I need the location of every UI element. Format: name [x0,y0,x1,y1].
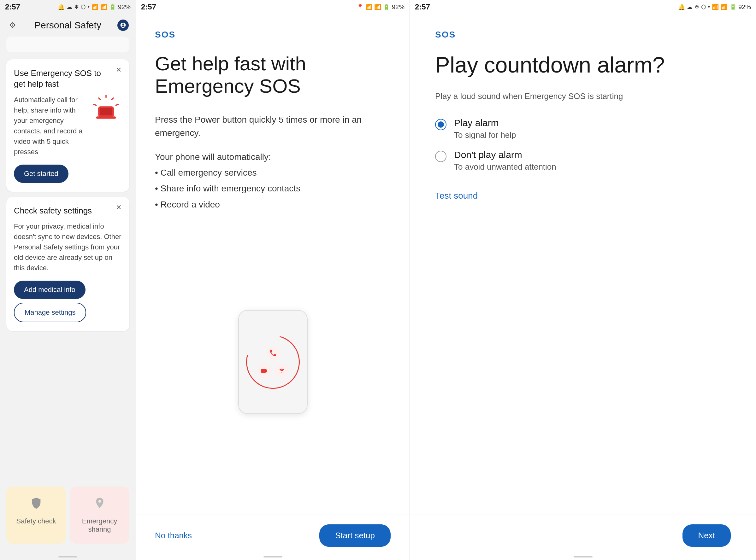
panel2-list-item-1: • Call emergency services [155,165,391,181]
home-indicator-2 [264,556,283,558]
dont-play-alarm-radio[interactable] [435,151,446,162]
phone-mockup-container [155,225,391,499]
app-title: Personal Safety [19,20,117,31]
safety-card-description: For your privacy, medical info doesn't s… [14,221,122,273]
home-indicator-1 [58,556,77,558]
sos-card-title: Use Emergency SOS to get help fast [14,68,122,89]
nfc-icon: ⬡ [81,3,86,11]
play-alarm-option[interactable]: Play alarm To signal for help [435,118,731,140]
signal-icon-2: 📶 [374,3,381,11]
settings-icon[interactable]: ⚙ [6,19,19,32]
panel2-list-item-3: • Record a video [155,197,391,213]
dont-play-alarm-text: Don't play alarm To avoid unwanted atten… [454,149,556,172]
play-alarm-label: Play alarm [454,118,516,128]
panel3-title: Play countdown alarm? [435,52,731,78]
cloud-icon: ☁ [66,3,72,11]
sos-badge-3: SOS [435,29,731,40]
panel3-footer: Next [410,515,756,556]
panel2-main-content: SOS Get help fast with Emergency SOS Pre… [136,14,410,515]
dont-play-alarm-option[interactable]: Don't play alarm To avoid unwanted atten… [435,149,731,172]
battery-icon-3: 🔋 [730,3,736,11]
status-icons-2: 📍 📶 📶 🔋 92% [356,3,405,11]
no-thanks-button[interactable]: No thanks [155,526,192,545]
panel2-footer: No thanks Start setup [136,515,410,556]
location-icon [93,497,106,512]
wifi-icon-3: 📶 [712,3,719,11]
phone-mockup [238,310,308,414]
status-time-3: 2:57 [415,2,430,11]
status-time-1: 2:57 [5,2,20,11]
panel-alarm-countdown: 2:57 🔔 ☁ ❄ ⬡ • 📶 📶 🔋 92% SOS Play countd… [410,0,756,560]
play-alarm-radio[interactable] [435,119,446,130]
safety-check-label: Safety check [16,517,56,525]
nfc-icon-3: ⬡ [701,3,706,11]
alarm-image [90,95,122,120]
app-bar: ⚙ Personal Safety [0,14,136,37]
add-medical-info-button[interactable]: Add medical info [14,281,85,299]
dont-play-alarm-label: Don't play alarm [454,149,556,160]
signal-icon: 📶 [100,3,107,11]
location-pin-icon: 📍 [356,3,364,11]
close-sos-card-button[interactable]: ✕ [113,64,124,76]
dot-icon-3: • [708,4,710,11]
cloud-icon-3: ☁ [687,3,693,11]
play-alarm-text: Play alarm To signal for help [454,118,516,140]
battery-pct-1: 92% [118,3,131,11]
sos-ring [236,325,309,399]
profile-icon[interactable] [117,20,129,31]
sos-badge-2: SOS [155,29,391,40]
battery-icon-1: 🔋 [109,3,116,11]
battery-icon-2: 🔋 [383,3,390,11]
bottom-tiles: Safety check Emergency sharing [0,483,136,556]
alarm-options-group: Play alarm To signal for help Don't play… [435,118,731,172]
profile-avatar[interactable] [117,19,129,32]
wifi-icon: 📶 [92,3,98,11]
panel2-list-title: Your phone will automatically: [155,149,391,165]
panel-personal-safety: 2:57 🔔 ☁ ❄ ⬡ • 📶 📶 🔋 92% ⚙ Personal Safe… [0,0,136,560]
svg-rect-7 [96,116,116,119]
safety-check-tile[interactable]: Safety check [6,486,66,544]
emergency-sharing-tile[interactable]: Emergency sharing [70,486,129,544]
notifications-icon: 🔔 [58,3,65,11]
svg-line-1 [99,98,100,99]
status-bar-2: 2:57 📍 📶 📶 🔋 92% [136,0,410,14]
snowflake-icon: ❄ [74,3,79,11]
battery-pct-3: 92% [738,3,751,11]
svg-line-2 [112,98,113,99]
status-time-2: 2:57 [141,2,156,11]
get-started-button[interactable]: Get started [14,165,69,183]
panel-emergency-sos-intro: 2:57 📍 📶 📶 🔋 92% SOS Get help fast with … [136,0,410,560]
test-sound-button[interactable]: Test sound [435,191,731,201]
panel3-main-content: SOS Play countdown alarm? Play a loud so… [410,14,756,515]
cards-container: ✕ Use Emergency SOS to get help fast Aut… [0,56,136,483]
panel2-subtitle: Press the Power button quickly 5 times o… [155,113,391,140]
sos-card-description: Automatically call for help, share info … [14,95,85,157]
status-icons-1: 🔔 ☁ ❄ ⬡ • 📶 📶 🔋 92% [58,3,131,11]
notifications-icon-3: 🔔 [678,3,685,11]
wifi-icon-2: 📶 [365,3,372,11]
next-button[interactable]: Next [682,524,731,547]
emergency-sos-card: ✕ Use Emergency SOS to get help fast Aut… [6,59,129,192]
safety-card-title: Check safety settings [14,205,122,216]
panel2-title: Get help fast with Emergency SOS [155,52,391,97]
gear-icon[interactable]: ⚙ [9,21,16,29]
home-indicator-3 [574,556,593,558]
manage-settings-button[interactable]: Manage settings [14,303,86,322]
svg-line-4 [116,104,118,105]
start-setup-button[interactable]: Start setup [319,524,391,547]
battery-pct-2: 92% [392,3,405,11]
dont-play-alarm-sublabel: To avoid unwanted attention [454,162,556,172]
panel3-description: Play a loud sound when Emergency SOS is … [435,91,731,102]
dot-icon: • [88,4,90,11]
panel2-list: Your phone will automatically: • Call em… [155,149,391,213]
shield-icon [30,497,43,512]
svg-rect-6 [100,108,112,115]
play-alarm-sublabel: To signal for help [454,130,516,140]
sos-card-body: Automatically call for help, share info … [14,95,122,157]
svg-line-3 [94,104,96,105]
safety-card-actions: Add medical info Manage settings [14,281,122,322]
close-safety-card-button[interactable]: ✕ [113,202,124,213]
panel2-list-item-2: • Share info with emergency contacts [155,181,391,197]
safety-settings-card: ✕ Check safety settings For your privacy… [6,197,129,332]
signal-icon-3: 📶 [721,3,728,11]
